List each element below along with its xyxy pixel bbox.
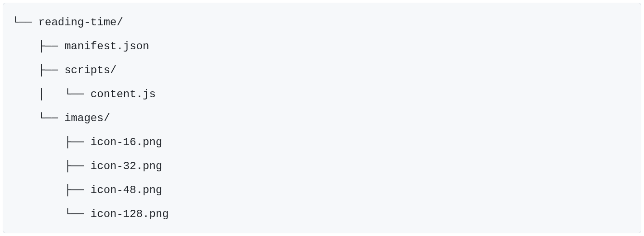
tree-line-icon-16: ├── icon-16.png [12,130,632,154]
tree-line-icon-128: └── icon-128.png [12,202,632,226]
tree-line-images-dir: └── images/ [12,106,632,130]
tree-line-manifest: ├── manifest.json [12,34,632,58]
tree-line-content-js: │ └── content.js [12,82,632,106]
tree-line-icon-48: ├── icon-48.png [12,178,632,202]
tree-line-scripts-dir: ├── scripts/ [12,58,632,82]
tree-line-icon-32: ├── icon-32.png [12,154,632,178]
file-tree-code-block: └── reading-time/ ├── manifest.json ├── … [3,3,641,233]
tree-line-root: └── reading-time/ [12,10,632,34]
